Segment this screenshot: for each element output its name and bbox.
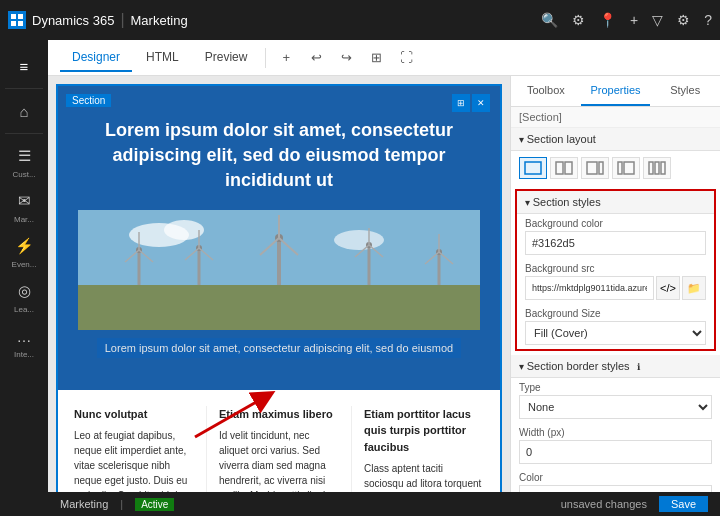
app-logo: Dynamics 365 | Marketing <box>8 11 188 29</box>
section-label: Section <box>66 94 111 107</box>
svg-rect-37 <box>556 162 563 174</box>
app-name: Dynamics 365 <box>32 13 114 28</box>
section-border-header[interactable]: Section border styles ℹ <box>511 355 720 378</box>
panel-tabs: Toolbox Properties Styles <box>511 76 720 107</box>
col3-text: Class aptent taciti sociosqu ad litora t… <box>364 461 484 492</box>
svg-rect-36 <box>525 162 541 174</box>
bg-src-code-btn[interactable]: </> <box>656 276 680 300</box>
layout-icons <box>511 151 720 185</box>
bg-size-label: Background Size <box>525 308 706 319</box>
hero-bg <box>78 210 480 330</box>
bg-color-input[interactable] <box>525 231 706 255</box>
nav-icons: 🔍 ⚙ 📍 + ▽ ⚙ ? <box>541 12 712 28</box>
left-sidebar: ≡ ⌂ ☰ Cust... ✉ Mar... ⚡ Even... ◎ Lea..… <box>0 40 48 516</box>
svg-point-7 <box>164 220 204 240</box>
section-border-label: Section border styles <box>527 360 630 372</box>
panel-section-obj: [Section] <box>511 107 720 128</box>
sidebar-top: ≡ ⌂ ☰ Cust... ✉ Mar... ⚡ Even... ◎ Lea..… <box>0 48 48 363</box>
svg-rect-1 <box>18 14 23 19</box>
bottom-app-label: Marketing <box>60 498 108 510</box>
content-columns: Nunc volutpat Leo at feugiat dapibus, ne… <box>58 390 500 492</box>
col2-title: Etiam maximus libero <box>219 406 339 423</box>
hero-title: Lorem ipsum dolor sit amet, consectetur … <box>78 118 480 194</box>
border-type-field: Type None Solid Dashed Dotted <box>511 378 720 423</box>
help-icon[interactable]: ? <box>704 12 712 28</box>
sidebar-cust-icon[interactable]: ☰ <box>6 138 42 174</box>
layout-1col[interactable] <box>519 157 547 179</box>
sidebar-cust-label: Cust... <box>12 171 35 179</box>
canvas-area[interactable]: Section ⊞ ✕ Lorem ipsum dolor sit amet, … <box>48 76 510 492</box>
filter-icon[interactable]: ▽ <box>652 12 663 28</box>
editor-toolbar: Designer HTML Preview + ↩ ↪ ⊞ ⛶ <box>48 40 720 76</box>
canvas-section[interactable]: Section ⊞ ✕ Lorem ipsum dolor sit amet, … <box>56 84 502 492</box>
tab-styles[interactable]: Styles <box>650 76 720 106</box>
column-1: Nunc volutpat Leo at feugiat dapibus, ne… <box>74 406 207 492</box>
border-width-input[interactable] <box>519 440 712 464</box>
sidebar-menu-icon[interactable]: ≡ <box>6 48 42 84</box>
layout-2col-right[interactable] <box>612 157 640 179</box>
border-type-select[interactable]: None Solid Dashed Dotted <box>519 395 712 419</box>
sidebar-mar-icon[interactable]: ✉ <box>6 183 42 219</box>
main-layout: ≡ ⌂ ☰ Cust... ✉ Mar... ⚡ Even... ◎ Lea..… <box>0 40 720 516</box>
add-element-button[interactable]: + <box>272 44 300 72</box>
hero-image <box>78 210 480 330</box>
bg-color-label: Background color <box>525 218 706 229</box>
tab-toolbox[interactable]: Toolbox <box>511 76 581 106</box>
search-icon[interactable]: 🔍 <box>541 12 558 28</box>
sub-app-name: Marketing <box>131 13 188 28</box>
location-icon[interactable]: 📍 <box>599 12 616 28</box>
editor-content: Section ⊞ ✕ Lorem ipsum dolor sit amet, … <box>48 76 720 492</box>
svg-rect-45 <box>661 162 665 174</box>
section-action-1[interactable]: ⊞ <box>452 94 470 112</box>
preview-button[interactable]: ⊞ <box>362 44 390 72</box>
section-action-2[interactable]: ✕ <box>472 94 490 112</box>
column-3: Etiam porttitor lacus quis turpis portti… <box>352 406 484 492</box>
info-icon: ℹ <box>637 362 640 372</box>
sidebar-inte-label: Inte... <box>14 351 34 359</box>
add-icon[interactable]: + <box>630 12 638 28</box>
hero-svg <box>78 210 480 330</box>
unsaved-status: unsaved changes <box>561 498 647 510</box>
sidebar-mar-label: Mar... <box>14 216 34 224</box>
tab-properties[interactable]: Properties <box>581 76 651 106</box>
save-button[interactable]: Save <box>659 496 708 512</box>
settings-icon[interactable]: ⚙ <box>572 12 585 28</box>
undo-button[interactable]: ↩ <box>302 44 330 72</box>
svg-rect-41 <box>618 162 622 174</box>
status-badge: Active <box>135 498 174 511</box>
sidebar-home-icon[interactable]: ⌂ <box>6 93 42 129</box>
bg-color-field: Background color <box>517 214 714 259</box>
bg-size-select[interactable]: Fill (Cover) Fit (Contain) Tile Original <box>525 321 706 345</box>
svg-rect-40 <box>599 162 603 174</box>
expand-button[interactable]: ⛶ <box>392 44 420 72</box>
bg-src-label: Background src <box>525 263 706 274</box>
redo-button[interactable]: ↪ <box>332 44 360 72</box>
section-styles-header[interactable]: Section styles <box>517 191 714 214</box>
svg-rect-39 <box>587 162 597 174</box>
tab-designer[interactable]: Designer <box>60 44 132 72</box>
tab-preview[interactable]: Preview <box>193 44 260 72</box>
col3-title: Etiam porttitor lacus quis turpis portti… <box>364 406 484 456</box>
sidebar-inte-icon[interactable]: … <box>6 318 42 354</box>
svg-rect-2 <box>11 21 16 26</box>
gear-icon[interactable]: ⚙ <box>677 12 690 28</box>
layout-3col[interactable] <box>643 157 671 179</box>
svg-rect-43 <box>649 162 653 174</box>
layout-2col-left[interactable] <box>581 157 609 179</box>
border-type-label: Type <box>519 382 712 393</box>
sidebar-leads-label: Lea... <box>14 306 34 314</box>
col2-text: Id velit tincidunt, nec aliquet orci var… <box>219 428 339 492</box>
logo-icon <box>8 11 26 29</box>
border-color-input[interactable] <box>519 485 712 492</box>
bg-src-input[interactable] <box>525 276 654 300</box>
border-color-field: Color <box>511 468 720 492</box>
section-styles-block: Section styles Background color Backgrou… <box>515 189 716 351</box>
section-layout-header[interactable]: Section layout <box>511 128 720 151</box>
column-2: Etiam maximus libero Id velit tincidunt,… <box>207 406 352 492</box>
sidebar-event-icon[interactable]: ⚡ <box>6 228 42 264</box>
sidebar-leads-icon[interactable]: ◎ <box>6 273 42 309</box>
bg-src-browse-btn[interactable]: 📁 <box>682 276 706 300</box>
layout-2col-eq[interactable] <box>550 157 578 179</box>
border-width-field: Width (px) <box>511 423 720 468</box>
tab-html[interactable]: HTML <box>134 44 191 72</box>
